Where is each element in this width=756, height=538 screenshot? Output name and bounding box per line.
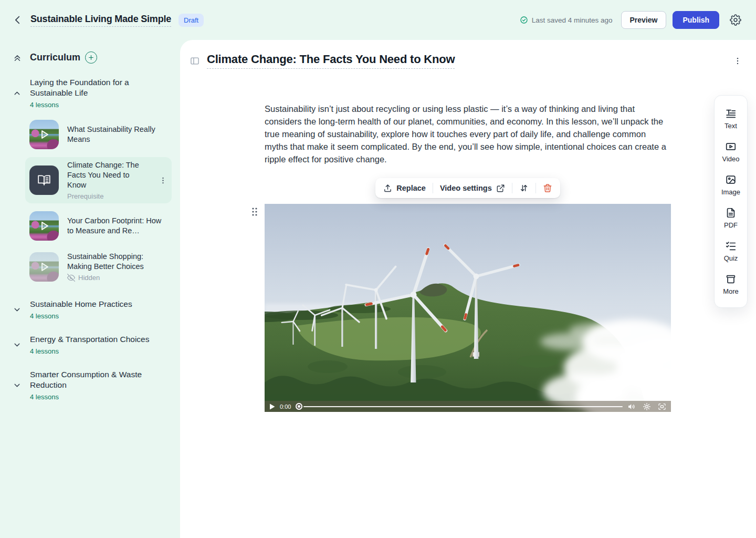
section-title: Energy & Transportation Choices: [30, 334, 149, 345]
course-title[interactable]: Sustainable Living Made Simple: [30, 14, 171, 27]
collapse-all-icon[interactable]: [13, 53, 22, 63]
chevron-up-icon[interactable]: [13, 89, 22, 98]
play-button[interactable]: [269, 404, 275, 410]
video-thumbnail: [29, 211, 59, 241]
section-lesson-count: 4 lessons: [30, 312, 132, 320]
curriculum-sidebar: Curriculum Laying the Foundation for a S…: [0, 40, 180, 538]
text-block-icon: [725, 108, 737, 119]
header-actions: Last saved 4 minutes ago Preview Publish: [520, 11, 742, 29]
preview-button[interactable]: Preview: [621, 11, 667, 29]
palette-item-pdf[interactable]: PDF: [724, 207, 738, 229]
curriculum-title: Curriculum: [30, 52, 80, 63]
video-thumbnail: [29, 252, 59, 282]
check-circle-icon: [520, 16, 528, 24]
reading-lesson-icon: [29, 165, 59, 195]
gear-icon[interactable]: [729, 13, 742, 27]
back-button[interactable]: [12, 14, 24, 26]
wind-farm-video-still: [265, 204, 671, 412]
last-saved-status: Last saved 4 minutes ago: [520, 16, 613, 24]
section-header[interactable]: Laying the Foundation for a Sustainable …: [0, 77, 180, 109]
lesson-item-hidden[interactable]: Sustainable Shopping: Making Better Choi…: [25, 249, 172, 285]
palette-item-video[interactable]: Video: [722, 141, 739, 163]
panel-toggle-icon[interactable]: [190, 56, 200, 66]
last-saved-text: Last saved 4 minutes ago: [532, 16, 613, 24]
replace-button[interactable]: Replace: [383, 184, 426, 193]
chevron-down-icon[interactable]: [13, 340, 22, 349]
image-block-icon: [725, 174, 737, 185]
book-open-icon: [37, 173, 51, 187]
section-title: Laying the Foundation for a Sustainable …: [30, 77, 154, 98]
toolbar-divider: [536, 183, 536, 193]
section-header[interactable]: Sustainable Home Practices 4 lessons: [0, 299, 180, 320]
video-time: 0:00: [280, 404, 291, 410]
quiz-block-icon: [725, 240, 737, 252]
lesson-title: Climate Change: The Facts You Need to Kn…: [67, 160, 150, 190]
publish-button[interactable]: Publish: [673, 11, 719, 29]
scrubber-track[interactable]: [303, 406, 623, 407]
fullscreen-icon[interactable]: [658, 402, 666, 411]
more-block-icon: [725, 273, 737, 285]
video-thumbnail: [29, 120, 59, 149]
video-block-toolbar: Replace Video settings: [375, 178, 560, 198]
chevron-down-icon[interactable]: [13, 381, 22, 390]
video-settings-button[interactable]: Video settings: [440, 184, 505, 193]
lesson-title: Sustainable Shopping: Making Better Choi…: [67, 252, 167, 272]
upload-icon: [383, 184, 392, 193]
curriculum-header: Curriculum: [0, 51, 180, 64]
curriculum-section: Energy & Transportation Choices 4 lesson…: [0, 334, 180, 355]
section-header[interactable]: Smarter Consumption & Waste Reduction 4 …: [0, 369, 180, 401]
lesson-title: Your Carbon Footprint: How to Measure an…: [67, 216, 167, 236]
section-header[interactable]: Energy & Transportation Choices 4 lesson…: [0, 334, 180, 355]
lesson-item[interactable]: Your Carbon Footprint: How to Measure an…: [25, 208, 172, 244]
section-lesson-count: 4 lessons: [30, 393, 154, 401]
status-badge: Draft: [178, 14, 204, 27]
toolbar-divider: [433, 183, 433, 193]
video-block[interactable]: 0:00: [265, 204, 671, 412]
curriculum-section: Laying the Foundation for a Sustainable …: [0, 77, 180, 285]
play-icon: [38, 129, 50, 140]
curriculum-section: Smarter Consumption & Waste Reduction 4 …: [0, 369, 180, 401]
lesson-item[interactable]: What Sustainability Really Means: [25, 117, 172, 152]
scrubber-knob[interactable]: [296, 403, 302, 410]
palette-item-image[interactable]: Image: [721, 174, 740, 196]
lesson-heading[interactable]: Climate Change: The Facts You Need to Kn…: [207, 53, 455, 69]
video-scrubber[interactable]: [296, 403, 623, 410]
curriculum-section: Sustainable Home Practices 4 lessons: [0, 299, 180, 320]
section-title: Sustainable Home Practices: [30, 299, 132, 309]
swap-vertical-icon[interactable]: [519, 183, 529, 193]
lesson-hidden-status: Hidden: [67, 274, 167, 282]
lesson-prerequisite-label: Prerequisite: [67, 192, 150, 200]
lesson-item-selected[interactable]: Climate Change: The Facts You Need to Kn…: [25, 157, 172, 203]
chevron-down-icon[interactable]: [13, 305, 22, 314]
plus-icon: [88, 54, 94, 61]
trash-icon[interactable]: [543, 183, 552, 193]
lesson-list: What Sustainability Really Means Climate…: [25, 117, 172, 285]
palette-item-quiz[interactable]: Quiz: [724, 240, 738, 262]
lesson-options-kebab-icon[interactable]: [733, 56, 742, 66]
add-section-button[interactable]: [85, 51, 97, 64]
lesson-editor-panel: Climate Change: The Facts You Need to Kn…: [180, 40, 756, 538]
section-lesson-count: 4 lessons: [30, 347, 149, 355]
section-lesson-count: 4 lessons: [30, 101, 154, 109]
external-link-icon: [496, 184, 505, 193]
top-bar: Sustainable Living Made Simple Draft Las…: [0, 0, 756, 40]
player-settings-icon[interactable]: [643, 402, 651, 411]
lesson-kebab-icon[interactable]: [159, 176, 167, 185]
palette-item-text[interactable]: Text: [724, 108, 737, 130]
play-icon: [38, 220, 50, 232]
pdf-block-icon: [725, 207, 737, 219]
section-title: Smarter Consumption & Waste Reduction: [30, 369, 154, 390]
block-palette: Text Video Image PDF Quiz More: [714, 95, 748, 308]
volume-icon[interactable]: [627, 402, 636, 411]
eye-off-icon: [67, 274, 75, 282]
palette-item-more[interactable]: More: [723, 273, 739, 295]
toolbar-divider: [512, 183, 512, 193]
video-controls-bar: 0:00: [265, 401, 671, 412]
lesson-title: What Sustainability Really Means: [67, 125, 167, 144]
lesson-intro-paragraph[interactable]: Sustainability isn’t just about recyclin…: [265, 102, 671, 165]
video-block-icon: [725, 141, 737, 152]
drag-handle-icon[interactable]: [251, 207, 258, 216]
video-frame: [265, 204, 671, 412]
play-icon: [38, 261, 50, 273]
